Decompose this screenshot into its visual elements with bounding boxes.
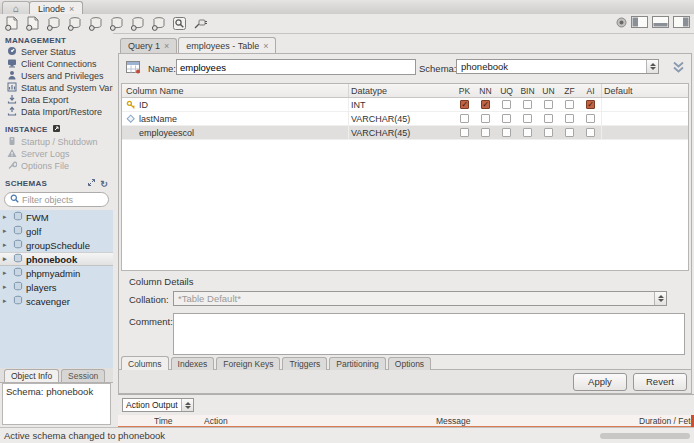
- comment-textarea[interactable]: [173, 313, 685, 355]
- schema-item-phpmyadmin[interactable]: ▸phpmyadmin: [0, 266, 113, 280]
- checkbox-bin[interactable]: [523, 100, 532, 109]
- sidebar-item-data-import-restore[interactable]: Data Import/Restore: [0, 106, 113, 118]
- db-connection-icon[interactable]: [45, 15, 62, 31]
- schema-item-phonebook[interactable]: ▸phonebook: [0, 252, 113, 266]
- schema-select-stepper[interactable]: [646, 60, 658, 73]
- checkbox-uq[interactable]: [502, 114, 511, 123]
- sidebar-item-server-status[interactable]: Server Status: [0, 46, 113, 58]
- subtab-partitioning[interactable]: Partitioning: [329, 357, 386, 370]
- sidebar-item-client-connections[interactable]: Client Connections: [0, 58, 113, 70]
- apply-button[interactable]: Apply: [573, 373, 627, 391]
- expand-schemas-icon[interactable]: [87, 178, 96, 189]
- horizontal-scrollbar[interactable]: [600, 433, 690, 439]
- create-procedure-icon[interactable]: [129, 15, 146, 31]
- checkbox-uq[interactable]: [502, 100, 511, 109]
- column-default[interactable]: [601, 126, 688, 139]
- search-objects-icon[interactable]: [171, 15, 188, 31]
- collapse-editor-icon[interactable]: [671, 61, 686, 76]
- grid-row-lastname[interactable]: lastNameVARCHAR(45): [122, 112, 688, 126]
- checkbox-ai[interactable]: [586, 114, 595, 123]
- column-default[interactable]: [601, 112, 688, 125]
- grid-col-header-ai[interactable]: AI: [580, 84, 601, 97]
- toggle-secondary-panel-icon[interactable]: [673, 16, 690, 28]
- tab-object-info[interactable]: Object Info: [4, 369, 59, 382]
- doc-tab-query-1[interactable]: Query 1×: [120, 38, 177, 53]
- schema-item-scavenger[interactable]: ▸scavenger: [0, 294, 113, 308]
- checkbox-zf[interactable]: [565, 128, 574, 137]
- grid-col-header-pk[interactable]: PK: [454, 84, 475, 97]
- checkbox-nn[interactable]: ✓: [481, 100, 490, 109]
- output-selector[interactable]: Action Output: [122, 398, 194, 412]
- grid-col-header-bin[interactable]: BIN: [517, 84, 538, 97]
- status-icon[interactable]: [616, 17, 627, 28]
- expand-arrow-icon[interactable]: ▸: [3, 255, 10, 263]
- grid-row-employeescol[interactable]: employeescolVARCHAR(45): [122, 126, 688, 140]
- toggle-sidebar-panel-icon[interactable]: [631, 16, 648, 28]
- doc-tab-employees-table[interactable]: employees - Table×: [178, 37, 276, 53]
- subtab-triggers[interactable]: Triggers: [282, 357, 327, 370]
- checkbox-pk[interactable]: [460, 128, 469, 137]
- connection-tab[interactable]: Linode ×: [29, 1, 83, 15]
- open-sql-script-icon[interactable]: [24, 15, 41, 31]
- sidebar-item-users-and-privileges[interactable]: Users and Privileges: [0, 70, 113, 82]
- checkbox-un[interactable]: [544, 128, 553, 137]
- subtab-indexes[interactable]: Indexes: [171, 357, 215, 370]
- collation-select-stepper[interactable]: [654, 292, 666, 305]
- expand-arrow-icon[interactable]: ▸: [3, 213, 10, 221]
- tab-session[interactable]: Session: [61, 369, 105, 382]
- checkbox-ai[interactable]: [586, 128, 595, 137]
- checkbox-zf[interactable]: [565, 114, 574, 123]
- subtab-columns[interactable]: Columns: [121, 356, 169, 370]
- checkbox-un[interactable]: [544, 100, 553, 109]
- schema-filter-input[interactable]: Filter objects: [4, 192, 109, 207]
- expand-arrow-icon[interactable]: ▸: [3, 297, 10, 305]
- create-table-icon[interactable]: [87, 15, 104, 31]
- new-sql-tab-icon[interactable]: [3, 15, 20, 31]
- schema-item-golf[interactable]: ▸golf: [0, 224, 113, 238]
- toggle-output-panel-icon[interactable]: [652, 16, 669, 28]
- checkbox-nn[interactable]: [481, 114, 490, 123]
- close-icon[interactable]: ×: [164, 41, 169, 51]
- schema-select[interactable]: phonebook: [456, 59, 659, 74]
- home-tab[interactable]: ⌂: [2, 1, 30, 15]
- grid-col-header-zf[interactable]: ZF: [559, 84, 580, 97]
- checkbox-uq[interactable]: [502, 128, 511, 137]
- close-icon[interactable]: ×: [263, 41, 268, 51]
- output-col-duration-fetch[interactable]: Duration / Fetch: [639, 415, 694, 426]
- refresh-schemas-icon[interactable]: ↻: [100, 179, 108, 189]
- schema-item-players[interactable]: ▸players: [0, 280, 113, 294]
- column-default[interactable]: [601, 98, 688, 111]
- output-col-message[interactable]: Message: [436, 415, 639, 426]
- create-schema-icon[interactable]: [66, 15, 83, 31]
- grid-col-header-un[interactable]: UN: [538, 84, 559, 97]
- table-name-input[interactable]: [176, 59, 416, 75]
- expand-arrow-icon[interactable]: ▸: [3, 269, 10, 277]
- checkbox-un[interactable]: [544, 114, 553, 123]
- collation-select[interactable]: *Table Default*: [173, 291, 667, 306]
- output-col-time[interactable]: Time: [154, 415, 204, 426]
- checkbox-pk[interactable]: [460, 114, 469, 123]
- subtab-foreign-keys[interactable]: Foreign Keys: [216, 357, 280, 370]
- sidebar-item-server-logs[interactable]: Server Logs: [0, 148, 113, 160]
- create-function-icon[interactable]: [150, 15, 167, 31]
- grid-col-header-uq[interactable]: UQ: [496, 84, 517, 97]
- grid-col-header-default[interactable]: Default: [601, 84, 688, 97]
- checkbox-zf[interactable]: [565, 100, 574, 109]
- subtab-options[interactable]: Options: [388, 357, 431, 370]
- checkbox-nn[interactable]: [481, 128, 490, 137]
- reconnect-dbms-icon[interactable]: [192, 15, 209, 31]
- output-selector-stepper[interactable]: [181, 399, 193, 411]
- grid-col-header-datatype[interactable]: Datatype: [348, 84, 454, 97]
- output-col-action[interactable]: Action: [204, 415, 436, 426]
- sidebar-item-data-export[interactable]: Data Export: [0, 94, 113, 106]
- expand-arrow-icon[interactable]: ▸: [3, 227, 10, 235]
- close-icon[interactable]: ×: [69, 4, 74, 14]
- sidebar-item-options-file[interactable]: Options File: [0, 160, 113, 172]
- checkbox-ai[interactable]: ✓: [586, 100, 595, 109]
- sidebar-item-startup-shutdown[interactable]: Startup / Shutdown: [0, 136, 113, 148]
- schema-item-groupschedule[interactable]: ▸groupSchedule: [0, 238, 113, 252]
- grid-col-header-nn[interactable]: NN: [475, 84, 496, 97]
- checkbox-bin[interactable]: [523, 128, 532, 137]
- grid-col-header-column-name[interactable]: Column Name: [122, 84, 348, 97]
- schema-item-fwm[interactable]: ▸FWM: [0, 210, 113, 224]
